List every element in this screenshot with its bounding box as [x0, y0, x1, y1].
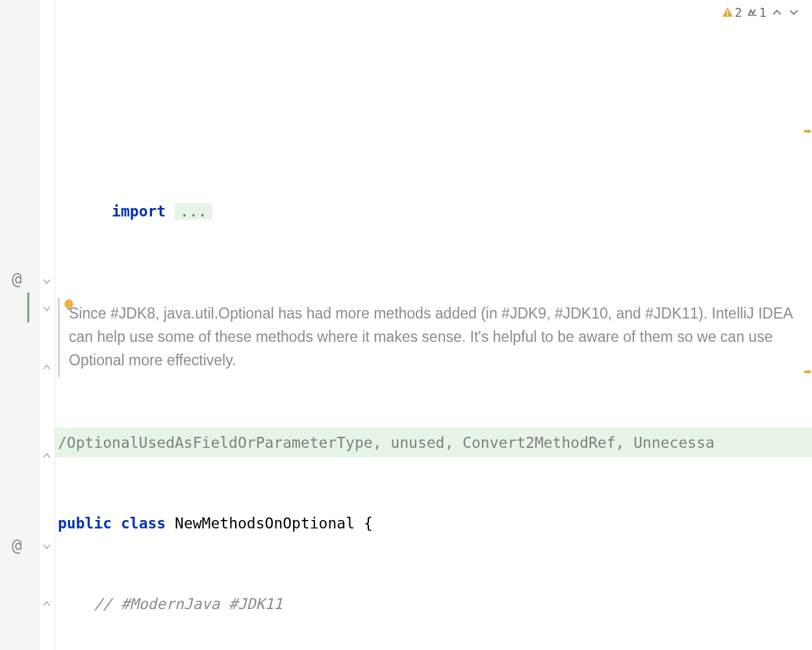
warning-triangle-icon [722, 6, 733, 18]
comment-line[interactable]: // #ModernJava #JDK11 [55, 589, 812, 619]
line-number-gutter[interactable]: @ @ [0, 0, 39, 650]
svg-point-2 [64, 300, 73, 309]
fold-gutter[interactable] [39, 0, 55, 650]
intention-bulb-icon[interactable] [62, 298, 76, 315]
blank-line[interactable] [55, 217, 812, 247]
fold-collapse-icon[interactable] [42, 304, 51, 313]
svg-rect-1 [727, 14, 728, 16]
fold-collapse-icon[interactable] [42, 277, 51, 286]
fold-expand-icon[interactable] [42, 451, 51, 460]
class-declaration[interactable]: public class NewMethodsOnOptional { [55, 508, 812, 538]
override-icon[interactable]: @ [12, 536, 22, 555]
editor: @ @ + import ... Since #JDK8, java.util.… [0, 0, 812, 650]
svg-rect-3 [67, 307, 71, 310]
error-stripe[interactable] [803, 26, 812, 637]
class-javadoc[interactable]: Since #JDK8, java.util.Optional has had … [58, 298, 812, 377]
weak-warning-badge[interactable]: 1 [746, 5, 767, 20]
fold-expand-icon[interactable] [42, 599, 51, 608]
warning-stripe-marker[interactable] [804, 130, 811, 133]
import-line[interactable]: + import ... [55, 136, 812, 166]
vcs-change-marker[interactable] [27, 292, 29, 322]
warning-stripe-marker[interactable] [804, 370, 811, 373]
weak-warning-count: 1 [759, 5, 767, 20]
override-icon[interactable]: @ [12, 269, 22, 289]
warning-count: 2 [735, 5, 742, 20]
svg-rect-0 [727, 10, 728, 14]
inspection-summary[interactable]: 2 1 [722, 5, 800, 20]
next-highlight-icon[interactable] [787, 5, 800, 20]
suppress-warnings-line[interactable]: /OptionalUsedAsFieldOrParameterType, unu… [55, 428, 812, 458]
prev-highlight-icon[interactable] [770, 5, 783, 20]
weak-warning-icon [746, 6, 758, 18]
code-text-area[interactable]: + import ... Since #JDK8, java.util.Opti… [55, 0, 812, 650]
fold-expand-icon[interactable] [42, 363, 51, 372]
code-line[interactable] [55, 51, 812, 86]
warning-badge[interactable]: 2 [722, 5, 742, 20]
fold-collapse-icon[interactable] [42, 542, 51, 551]
